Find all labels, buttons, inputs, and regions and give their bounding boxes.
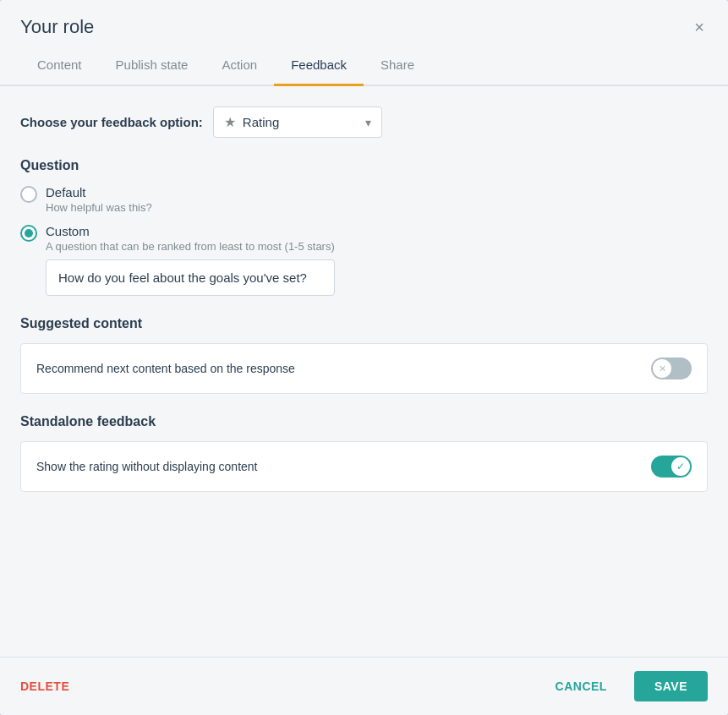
close-button[interactable]: × — [691, 15, 708, 39]
tab-feedback[interactable]: Feedback — [274, 46, 364, 86]
feedback-option-label: Choose your feedback option: — [20, 115, 203, 129]
chevron-down-icon: ▾ — [365, 116, 371, 129]
select-text: Rating — [243, 115, 359, 129]
question-default-desc: How helpful was this? — [46, 201, 152, 214]
question-section-title: Question — [20, 158, 708, 173]
modal-footer: DELETE CANCEL SAVE — [0, 657, 728, 715]
tab-content[interactable]: Content — [20, 46, 99, 86]
modal-title: Your role — [20, 16, 94, 38]
tab-share[interactable]: Share — [364, 46, 431, 86]
feedback-option-row: Choose your feedback option: ★ Rating ▾ — [20, 106, 708, 138]
question-section: Question Default How helpful was this? C… — [20, 158, 708, 296]
star-icon: ★ — [224, 114, 236, 130]
toggle-x-icon: ✕ — [659, 363, 666, 374]
toggle-check-icon: ✓ — [676, 461, 685, 472]
feedback-option-select[interactable]: ★ Rating ▾ — [213, 106, 382, 138]
suggested-content-section: Suggested content Recommend next content… — [20, 316, 708, 394]
question-default-label: Default — [46, 185, 152, 199]
delete-button[interactable]: DELETE — [20, 680, 69, 693]
modal-body: Choose your feedback option: ★ Rating ▾ … — [0, 86, 728, 657]
question-custom-desc: A question that can be ranked from least… — [46, 240, 335, 253]
question-default-content: Default How helpful was this? — [46, 185, 152, 214]
modal: Your role × Content Publish state Action… — [0, 0, 728, 715]
suggested-content-box: Recommend next content based on the resp… — [20, 343, 708, 394]
standalone-feedback-toggle-knob: ✓ — [671, 457, 690, 476]
question-custom-option: Custom A question that can be ranked fro… — [20, 224, 708, 296]
question-radio-group: Default How helpful was this? Custom A q… — [20, 185, 708, 296]
standalone-feedback-toggle-label: Show the rating without displaying conte… — [36, 460, 258, 473]
standalone-feedback-toggle[interactable]: ✓ — [651, 456, 692, 478]
tabs-container: Content Publish state Action Feedback Sh… — [0, 46, 728, 86]
standalone-feedback-toggle-row: Show the rating without displaying conte… — [36, 456, 692, 478]
cancel-button[interactable]: CANCEL — [539, 671, 624, 701]
footer-right: CANCEL SAVE — [539, 671, 708, 701]
tab-publish-state[interactable]: Publish state — [99, 46, 205, 86]
standalone-feedback-section: Standalone feedback Show the rating with… — [20, 414, 708, 492]
suggested-content-toggle[interactable]: ✕ — [651, 358, 692, 379]
question-default-radio[interactable] — [20, 186, 37, 203]
tab-action[interactable]: Action — [205, 46, 274, 86]
suggested-content-toggle-knob: ✕ — [653, 359, 671, 378]
save-button[interactable]: SAVE — [634, 671, 708, 701]
standalone-feedback-title: Standalone feedback — [20, 414, 708, 429]
suggested-content-title: Suggested content — [20, 316, 708, 331]
suggested-content-toggle-label: Recommend next content based on the resp… — [36, 362, 295, 375]
modal-header: Your role × — [0, 0, 728, 39]
standalone-feedback-box: Show the rating without displaying conte… — [20, 441, 708, 492]
custom-question-input[interactable] — [46, 259, 335, 296]
question-default-option: Default How helpful was this? — [20, 185, 708, 214]
question-custom-radio[interactable] — [20, 225, 37, 242]
question-custom-content: Custom A question that can be ranked fro… — [46, 224, 335, 296]
question-custom-label: Custom — [46, 224, 335, 238]
suggested-content-toggle-row: Recommend next content based on the resp… — [36, 358, 692, 379]
